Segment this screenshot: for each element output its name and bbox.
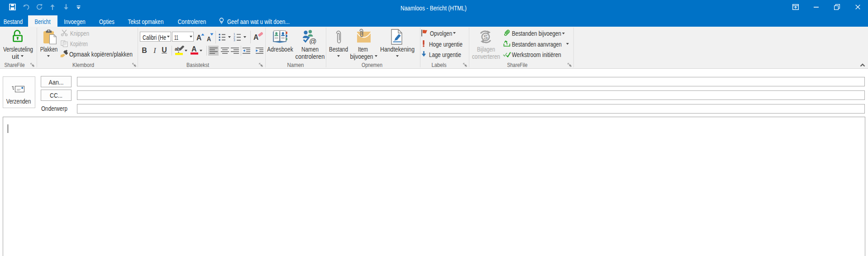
svg-text:S: S bbox=[483, 33, 488, 41]
svg-text:@: @ bbox=[309, 37, 317, 45]
svg-text:3: 3 bbox=[234, 38, 235, 41]
